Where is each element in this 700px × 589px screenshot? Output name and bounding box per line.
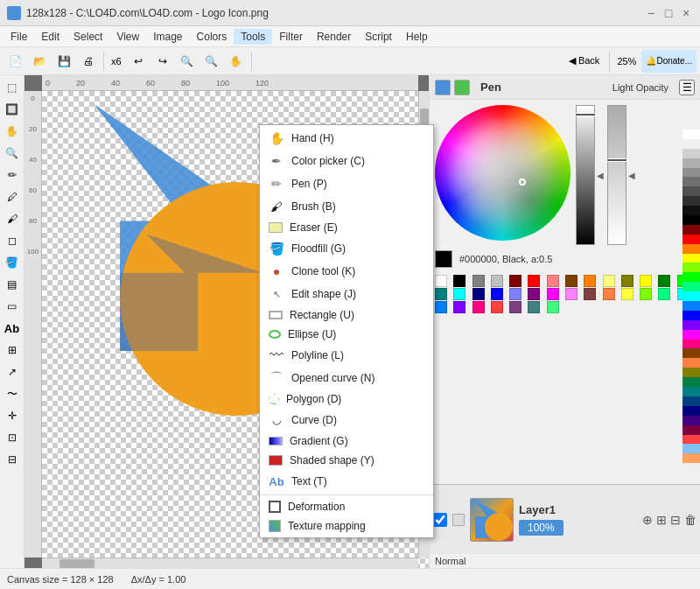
color-strip-cell[interactable] [682,149,700,158]
layer-visibility-checkbox[interactable] [433,513,447,527]
palette-color-cell[interactable] [621,288,634,300]
menu-edit[interactable]: Edit [34,29,66,45]
lightness-arrow[interactable]: ◀ [597,171,604,180]
print-button[interactable]: 🖨 [77,50,100,73]
palette-color-cell[interactable] [584,288,596,300]
open-button[interactable]: 📂 [28,50,51,73]
curve-tool-button[interactable]: 〜 [2,383,23,404]
palette-color-cell[interactable] [640,288,652,300]
menu-tools[interactable]: Tools [234,29,272,45]
new-button[interactable]: 📄 [4,50,26,73]
menu-image[interactable]: Image [146,29,189,45]
palette-color-cell[interactable] [547,288,559,300]
redo-button[interactable]: ↪ [151,50,174,73]
color-strip-cell[interactable] [682,282,700,291]
color-strip-cell[interactable] [682,206,700,215]
menu-select[interactable]: Select [66,29,109,45]
brush-tool-button[interactable]: 🖌 [2,208,23,229]
palette-color-cell[interactable] [584,275,596,287]
palette-color-cell[interactable] [640,275,652,287]
close-button[interactable]: × [679,6,693,20]
palette-color-cell[interactable] [509,288,522,300]
color-strip-cell[interactable] [682,320,700,330]
color-strip-cell[interactable] [682,196,700,206]
color-strip-cell[interactable] [682,453,700,463]
layer-copy-icon[interactable]: ⊞ [656,513,667,527]
menu-item-floodfill[interactable]: 🪣 Floodfill (G) [260,237,433,260]
lightness-handle[interactable] [575,113,596,116]
palette-color-cell[interactable] [509,275,522,287]
opacity-slider[interactable] [607,105,626,245]
palette-color-cell[interactable] [547,301,559,313]
arrow-tool-button[interactable]: ↗ [2,361,23,382]
menu-item-clone[interactable]: ● Clone tool (K) [260,260,433,283]
color-strip-cell[interactable] [682,301,700,311]
palette-color-cell[interactable] [453,275,466,287]
color-strip-cell[interactable] [682,244,700,254]
color-strip-cell[interactable] [682,444,700,453]
color-strip-cell[interactable] [682,387,700,396]
palette-color-cell[interactable] [472,275,485,287]
transform-button[interactable]: ⊞ [2,340,23,361]
menu-item-ellipse[interactable]: Ellipse (U) [260,325,433,344]
minimize-button[interactable]: − [644,6,658,20]
layer-add-icon[interactable]: ⊕ [642,513,653,527]
menu-item-texture-mapping[interactable]: Texture mapping [260,516,433,536]
menu-file[interactable]: File [4,29,34,45]
color-indicator-2[interactable] [454,80,470,95]
undo-button[interactable]: ↩ [127,50,150,73]
zoom-tool-button[interactable]: 🔍 [2,143,23,164]
palette-color-cell[interactable] [603,275,615,287]
menu-item-polyline[interactable]: 〰 Polyline (L) [260,344,433,367]
right-panel-menu-button[interactable]: ☰ [679,80,695,95]
menu-item-eraser[interactable]: Eraser (E) [260,218,433,237]
pen-tool-button[interactable]: 🖊 [2,186,23,207]
color-strip-cell[interactable] [682,340,700,349]
color-strip-cell[interactable] [682,406,700,416]
text-tool-button[interactable]: Ab [2,318,23,339]
layer-merge-icon[interactable]: ⊟ [670,513,681,527]
color-strip-cell[interactable] [682,311,700,320]
color-strip-cell[interactable] [682,186,700,196]
color-strip-cell[interactable] [682,225,700,235]
scrollbar-h-thumb[interactable] [60,559,94,568]
scrollbar-horizontal[interactable] [42,557,418,568]
color-wheel-container[interactable] [435,105,570,241]
menu-item-edit-shape[interactable]: ↖ Edit shape (J) [260,283,433,305]
menu-view[interactable]: View [109,29,146,45]
lasso-tool-button[interactable]: 🔲 [2,99,23,120]
eraser-tool-button[interactable]: ◻ [2,230,23,251]
color-strip-cell[interactable] [682,425,700,435]
color-strip-cell[interactable] [682,368,700,377]
color-strip-cell[interactable] [682,254,700,263]
palette-color-cell[interactable] [472,288,485,300]
palette-color-cell[interactable] [528,301,540,313]
selection-tool-button[interactable]: ⬚ [2,77,23,98]
color-swatch[interactable] [435,250,452,268]
save-button[interactable]: 💾 [52,50,75,73]
palette-color-cell[interactable] [603,288,615,300]
menu-item-deformation[interactable]: Deformation [260,497,433,516]
menu-item-hand[interactable]: ✋ Hand (H) [260,127,433,150]
palette-color-cell[interactable] [565,288,578,300]
menu-help[interactable]: Help [399,29,435,45]
palette-color-cell[interactable] [547,275,559,287]
color-strip-cell[interactable] [682,158,700,168]
palette-color-cell[interactable] [509,301,522,313]
color-strip-cell[interactable] [682,435,700,445]
menu-item-shaded-shape[interactable]: Shaded shape (Y) [260,451,433,470]
color-strip-cell[interactable] [682,263,700,272]
palette-color-cell[interactable] [491,288,503,300]
menu-item-color-picker[interactable]: ✒ Color picker (C) [260,150,433,172]
hand-tool-button[interactable]: ✋ [2,121,23,142]
zoom-in-button[interactable]: 🔍 [200,50,223,73]
palette-color-cell[interactable] [658,275,670,287]
maximize-button[interactable]: □ [662,6,676,20]
menu-item-pen[interactable]: ✏ Pen (P) [260,172,433,195]
clone-button[interactable]: ⊡ [2,427,23,448]
eyedropper-button[interactable]: ✏ [2,165,23,186]
palette-color-cell[interactable] [472,301,485,313]
color-strip-cell[interactable] [682,272,700,282]
color-strip-cell[interactable] [682,168,700,178]
menu-item-curve[interactable]: ◡ Curve (D) [260,409,433,431]
